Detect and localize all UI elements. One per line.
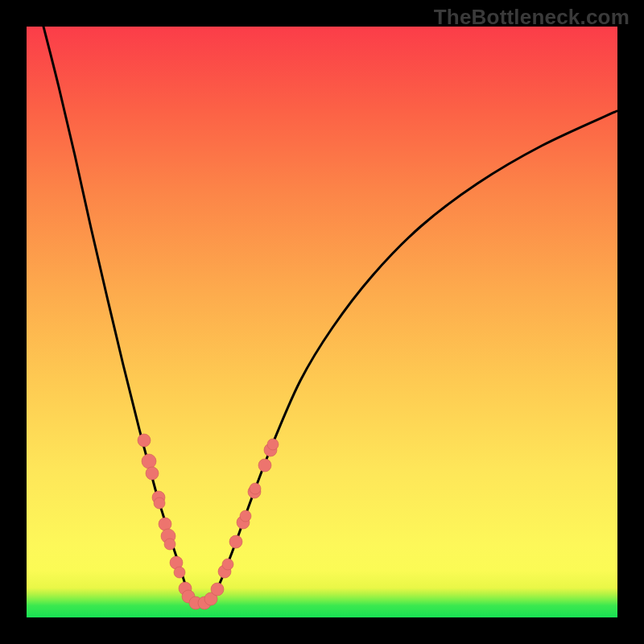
highlight-dot [146,467,159,480]
bottleneck-curve [43,27,617,604]
highlight-dot [154,497,165,509]
highlight-dot [250,483,261,494]
highlight-dot [248,485,261,498]
highlight-dot [170,556,183,569]
highlight-dot [204,592,217,605]
chart-frame: TheBottleneck.com [0,0,644,644]
highlight-dot [258,459,271,472]
highlight-dot [182,590,195,603]
highlight-dot [142,454,156,469]
highlight-dot [222,559,233,570]
highlight-dot [174,567,185,578]
highlight-dot [264,444,277,456]
highlight-dots [138,434,279,609]
highlight-dot [152,491,165,504]
highlight-dot [218,565,231,578]
highlight-dot [240,510,251,522]
highlight-dot [211,583,224,596]
highlight-dot [189,597,202,609]
watermark-text: TheBottleneck.com [434,5,630,30]
highlight-dot [164,539,175,550]
highlight-dot [229,535,242,548]
plot-area [27,27,617,617]
highlight-dot [267,439,279,450]
highlight-dot [138,434,151,447]
highlight-dot [198,597,211,609]
highlight-dot [237,516,250,529]
highlight-dot [161,529,175,543]
highlight-dot [179,582,192,595]
highlight-dot [159,518,171,530]
chart-svg [27,27,617,617]
